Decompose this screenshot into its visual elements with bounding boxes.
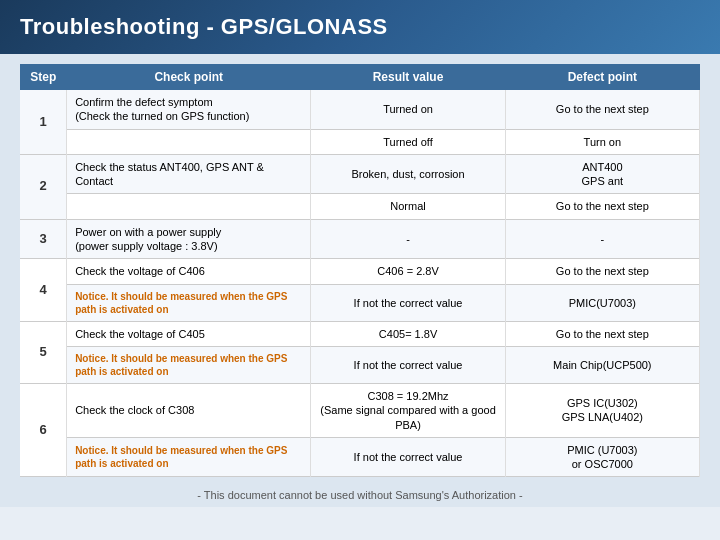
defect-point-cell: Go to the next step [505,259,699,284]
check-point-cell: Check the status ANT400, GPS ANT & Conta… [67,154,311,194]
step-cell: 6 [20,383,67,476]
defect-point-cell: GPS IC(U302) GPS LNA(U402) [505,383,699,437]
step-cell: 5 [20,321,67,383]
check-point-cell: Notice. It should be measured when the G… [67,284,311,321]
table-row: Turned offTurn on [20,129,700,154]
step-cell: 3 [20,219,67,259]
defect-point-cell: Main Chip(UCP500) [505,346,699,383]
result-value-cell: C308 = 19.2Mhz (Same signal compared wit… [311,383,505,437]
check-point-cell: Check the voltage of C405 [67,321,311,346]
check-point-cell: Confirm the defect symptom (Check the tu… [67,90,311,129]
table-row: 6Check the clock of C308C308 = 19.2Mhz (… [20,383,700,437]
result-value-cell: If not the correct value [311,346,505,383]
header: Troubleshooting - GPS/GLONASS [0,0,720,54]
col-defect-point: Defect point [505,64,699,90]
table-row: 1Confirm the defect symptom (Check the t… [20,90,700,129]
step-cell: 1 [20,90,67,154]
check-point-cell: Power on with a power supply (power supp… [67,219,311,259]
check-point-cell: Notice. It should be measured when the G… [67,437,311,477]
col-step: Step [20,64,67,90]
result-value-cell: Broken, dust, corrosion [311,154,505,194]
defect-point-cell: Turn on [505,129,699,154]
table-row: 4Check the voltage of C406C406 = 2.8VGo … [20,259,700,284]
defect-point-cell: Go to the next step [505,321,699,346]
main-table: Step Check point Result value Defect poi… [20,64,700,477]
table-row: Notice. It should be measured when the G… [20,437,700,477]
defect-point-cell: Go to the next step [505,194,699,219]
footer-text: - This document cannot be used without S… [197,489,522,501]
defect-point-cell: PMIC(U7003) [505,284,699,321]
step-cell: 2 [20,154,67,219]
table-row: NormalGo to the next step [20,194,700,219]
table-row: Notice. It should be measured when the G… [20,284,700,321]
defect-point-cell: ANT400 GPS ant [505,154,699,194]
result-value-cell: Turned on [311,90,505,129]
col-result-value: Result value [311,64,505,90]
result-value-cell: Turned off [311,129,505,154]
table-row: Notice. It should be measured when the G… [20,346,700,383]
step-cell: 4 [20,259,67,321]
col-check-point: Check point [67,64,311,90]
table-row: 5Check the voltage of C405C405= 1.8VGo t… [20,321,700,346]
table-row: 2Check the status ANT400, GPS ANT & Cont… [20,154,700,194]
page-title: Troubleshooting - GPS/GLONASS [20,14,388,40]
defect-point-cell: Go to the next step [505,90,699,129]
defect-point-cell: PMIC (U7003) or OSC7000 [505,437,699,477]
table-row: 3Power on with a power supply (power sup… [20,219,700,259]
check-point-cell: Notice. It should be measured when the G… [67,346,311,383]
result-value-cell: If not the correct value [311,284,505,321]
footer: - This document cannot be used without S… [0,483,720,507]
result-value-cell: C405= 1.8V [311,321,505,346]
check-point-cell [67,194,311,219]
result-value-cell: C406 = 2.8V [311,259,505,284]
result-value-cell: - [311,219,505,259]
defect-point-cell: - [505,219,699,259]
result-value-cell: If not the correct value [311,437,505,477]
check-point-cell: Check the clock of C308 [67,383,311,437]
result-value-cell: Normal [311,194,505,219]
check-point-cell: Check the voltage of C406 [67,259,311,284]
check-point-cell [67,129,311,154]
